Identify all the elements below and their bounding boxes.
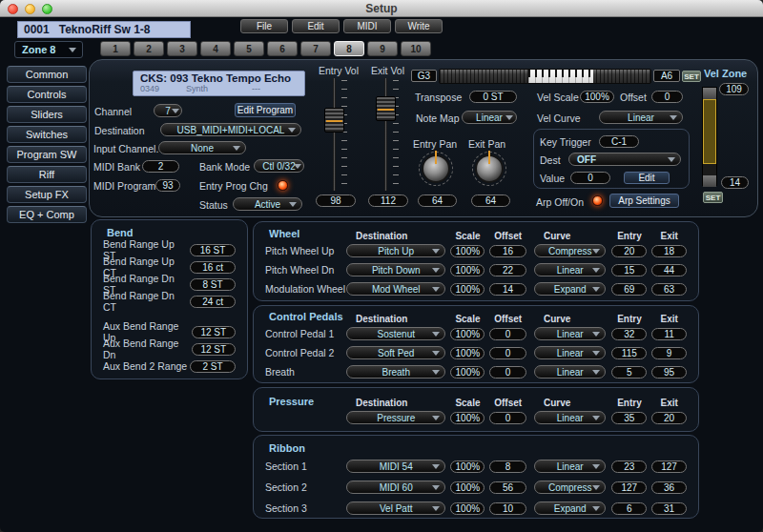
- key-trigger-edit-button[interactable]: Edit: [624, 172, 670, 184]
- keyboard-range-display[interactable]: [439, 69, 651, 84]
- exit-value[interactable]: 20: [651, 412, 687, 424]
- bend-value[interactable]: 16 ct: [190, 261, 236, 274]
- program-display[interactable]: CKS: 093 Tekno Tempo Echo 0349 Synth ---: [133, 71, 305, 96]
- scale-value[interactable]: 100%: [450, 412, 485, 424]
- entry-pan-value[interactable]: 64: [418, 194, 457, 207]
- key-trigger-dest-dropdown[interactable]: OFF: [568, 153, 681, 166]
- offset-value[interactable]: 56: [489, 481, 526, 494]
- curve-dropdown[interactable]: Linear: [534, 263, 606, 276]
- offset-value[interactable]: 8: [489, 460, 526, 473]
- tab-3[interactable]: 3: [167, 41, 197, 56]
- curve-dropdown[interactable]: Linear: [534, 460, 606, 473]
- vel-curve-dropdown[interactable]: Linear: [599, 111, 683, 124]
- tab-6[interactable]: 6: [267, 41, 298, 56]
- exit-value[interactable]: 31: [651, 502, 687, 515]
- exit-vol-value[interactable]: 112: [368, 194, 408, 207]
- tab-7[interactable]: 7: [300, 41, 331, 56]
- exit-value[interactable]: 63: [651, 283, 687, 296]
- entry-value[interactable]: 15: [611, 264, 647, 276]
- exit-value[interactable]: 11: [651, 328, 687, 340]
- file-button[interactable]: File: [240, 19, 288, 33]
- minimize-icon[interactable]: [25, 4, 35, 14]
- entry-value[interactable]: 20: [611, 245, 647, 257]
- sidebar-item-sliders[interactable]: Sliders: [7, 106, 87, 123]
- status-dropdown[interactable]: Active: [233, 197, 302, 211]
- bank-mode-dropdown[interactable]: Ctl 0/32: [254, 159, 304, 173]
- entry-pan-knob[interactable]: [422, 154, 450, 183]
- arp-led[interactable]: [592, 195, 603, 206]
- entry-vol-value[interactable]: 98: [316, 194, 356, 207]
- offset-value[interactable]: 10: [489, 502, 526, 515]
- scale-value[interactable]: 100%: [450, 460, 485, 473]
- offset-value[interactable]: 0: [489, 347, 526, 359]
- vel-zone-set-button[interactable]: SET: [703, 192, 723, 203]
- vel-zone-high-handle[interactable]: [703, 88, 716, 99]
- destination-dropdown[interactable]: Pitch Down: [346, 263, 445, 276]
- sidebar-item-eq-comp[interactable]: EQ + Comp: [7, 206, 87, 223]
- key-trigger-value[interactable]: C-1: [599, 135, 639, 148]
- entry-value[interactable]: 6: [611, 502, 647, 515]
- entry-prog-chg-led[interactable]: [278, 180, 288, 191]
- exit-value[interactable]: 18: [651, 245, 687, 257]
- tab-2[interactable]: 2: [134, 41, 164, 56]
- close-icon[interactable]: [8, 4, 18, 14]
- destination-dropdown[interactable]: Vel Patt: [346, 501, 445, 515]
- tab-1[interactable]: 1: [100, 41, 131, 56]
- key-trigger-value-field[interactable]: 0: [570, 172, 610, 184]
- keyboard-active-range[interactable]: [528, 70, 594, 83]
- key-range-high-value[interactable]: A6: [653, 70, 680, 82]
- exit-vol-slider[interactable]: [373, 78, 405, 193]
- entry-vol-slider[interactable]: [321, 78, 354, 193]
- bend-value[interactable]: 12 ST: [192, 343, 236, 356]
- sidebar-item-common[interactable]: Common: [7, 66, 87, 83]
- curve-dropdown[interactable]: Linear: [534, 327, 606, 340]
- setup-name-field[interactable]: 0001 TeknoRiff Sw 1-8: [17, 21, 191, 38]
- sidebar-item-riff[interactable]: Riff: [7, 166, 87, 183]
- tab-5[interactable]: 5: [234, 41, 264, 56]
- destination-dropdown[interactable]: Pitch Up: [346, 244, 445, 257]
- channel-dropdown[interactable]: 7: [154, 104, 182, 117]
- key-range-set-button[interactable]: SET: [682, 71, 701, 82]
- write-button[interactable]: Write: [395, 19, 443, 33]
- vel-zone-high-value[interactable]: 109: [719, 83, 749, 95]
- exit-value[interactable]: 44: [651, 264, 687, 276]
- scale-value[interactable]: 100%: [450, 264, 485, 276]
- scale-value[interactable]: 100%: [450, 283, 485, 296]
- sidebar-item-switches[interactable]: Switches: [7, 126, 87, 143]
- offset-value[interactable]: 22: [489, 264, 526, 276]
- offset-value[interactable]: 0: [489, 412, 526, 424]
- scale-value[interactable]: 100%: [450, 502, 485, 515]
- entry-value[interactable]: 5: [611, 366, 647, 379]
- sidebar-item-controls[interactable]: Controls: [7, 86, 87, 103]
- exit-pan-knob[interactable]: [475, 154, 504, 183]
- exit-value[interactable]: 9: [651, 347, 687, 359]
- offset-value[interactable]: 0: [651, 91, 683, 103]
- entry-value[interactable]: 35: [611, 412, 647, 424]
- destination-dropdown[interactable]: MIDI 54: [346, 460, 445, 473]
- vel-zone-low-value[interactable]: 14: [721, 176, 749, 189]
- offset-value[interactable]: 16: [489, 245, 526, 257]
- tab-4[interactable]: 4: [200, 41, 231, 56]
- destination-dropdown[interactable]: Sostenut: [346, 327, 445, 340]
- curve-dropdown[interactable]: Linear: [534, 346, 606, 359]
- entry-value[interactable]: 115: [611, 347, 647, 359]
- curve-dropdown[interactable]: Compress: [534, 244, 606, 257]
- offset-value[interactable]: 0: [489, 366, 526, 379]
- edit-button[interactable]: Edit: [292, 19, 340, 33]
- destination-dropdown[interactable]: USB_MIDI+MIDI+LOCAL: [160, 123, 301, 136]
- scale-value[interactable]: 100%: [450, 328, 485, 340]
- curve-dropdown[interactable]: Expand: [534, 282, 606, 296]
- note-map-dropdown[interactable]: Linear: [462, 111, 517, 124]
- bend-value[interactable]: 8 ST: [190, 278, 236, 291]
- sidebar-item-program-sw[interactable]: Program SW: [7, 146, 87, 163]
- bend-value[interactable]: 16 ST: [190, 244, 236, 256]
- exit-vol-handle[interactable]: [376, 96, 396, 121]
- sidebar-item-setup-fx[interactable]: Setup FX: [7, 186, 87, 203]
- input-channel-dropdown[interactable]: None: [158, 141, 246, 154]
- curve-dropdown[interactable]: Compress: [534, 481, 606, 494]
- curve-dropdown[interactable]: Linear: [534, 411, 606, 424]
- entry-vol-handle[interactable]: [324, 108, 344, 133]
- offset-value[interactable]: 14: [489, 283, 526, 296]
- exit-value[interactable]: 127: [651, 460, 687, 473]
- entry-value[interactable]: 23: [611, 460, 647, 473]
